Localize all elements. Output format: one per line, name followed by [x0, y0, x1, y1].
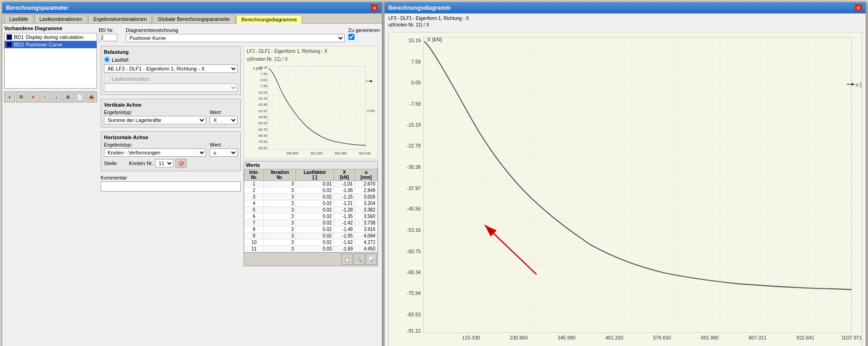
lastfall-select[interactable]: AE LF3 - DLF1 - Eigenform 1, Richtung - …	[104, 64, 238, 73]
svg-marker-22	[370, 80, 373, 83]
table-row[interactable]: 430.02-1.213.204	[244, 200, 378, 207]
cell-iter: 3	[264, 200, 296, 207]
kommentar-input[interactable]	[101, 181, 241, 192]
main-title: Berechnungsparameter	[6, 5, 69, 11]
svg-text:7.59: 7.59	[411, 59, 421, 64]
table-row[interactable]: 1030.02-1.624.272	[244, 239, 378, 246]
preview-col: LF3 - DLF1 - Eigenform 1, Richtung - X u…	[244, 46, 378, 266]
knoten-nr-select[interactable]: 11	[155, 159, 174, 167]
table-row[interactable]: 930.02-1.554.094	[244, 233, 378, 239]
vertikale-ergebnis-row: Ergebnistyp: Summe der Lagerkräfte Wert:…	[104, 109, 238, 124]
move-up-button[interactable]: ↑	[39, 91, 50, 103]
values-zoom-button[interactable]: 🔍	[354, 254, 365, 265]
cell-iter: 3	[264, 233, 296, 239]
table-row[interactable]: 230.02-1.082.848	[244, 187, 378, 194]
lastkombination-label: Lastkombination:	[112, 76, 150, 82]
delete-button[interactable]: ✕	[28, 91, 39, 103]
svg-text:-45.56: -45.56	[407, 206, 421, 211]
svg-text:576.650: 576.650	[653, 335, 671, 340]
table-row[interactable]: 1130.03-1.694.450	[244, 246, 378, 252]
diagramm-bezeichnung-select[interactable]: Pushover Kurve Display during calculatio…	[126, 34, 345, 42]
tab-berechnungsdiagramme[interactable]: Berechnungsdiagramme	[236, 15, 302, 24]
svg-text:-60.75: -60.75	[407, 249, 421, 254]
cell-u: 3.916	[355, 226, 378, 233]
large-close-button[interactable]: ✕	[855, 4, 862, 12]
horizontale-ergebnistyp-select[interactable]: Knoten - Verformungen	[104, 148, 206, 157]
bd1-id: BD1	[14, 34, 24, 40]
cell-iter: 3	[264, 213, 296, 220]
svg-text:15.19: 15.19	[408, 38, 421, 43]
tab-ergebniskombinationen[interactable]: Ergebniskombinationen	[88, 14, 152, 23]
values-table-wrapper[interactable]: Inkr.Nr. IterationNr. Lastfaktor[-] X[kN…	[244, 169, 378, 252]
diagram-item-bd1[interactable]: BD1 Display during calculation	[5, 33, 96, 41]
bd-nr-input[interactable]	[99, 34, 117, 41]
tab-lastfalle[interactable]: Lastfälle	[4, 14, 33, 23]
values-export-button[interactable]: 📊	[366, 254, 377, 265]
cell-u: 3.204	[355, 200, 378, 207]
table-row[interactable]: 530.02-1.283.382	[244, 207, 378, 213]
lastfall-radio[interactable]	[104, 57, 110, 63]
tab-lastkombinationen[interactable]: Lastkombinationen	[34, 14, 87, 23]
lastkombination-select[interactable]	[104, 83, 238, 92]
vertikale-ergebnistyp-select[interactable]: Summe der Lagerkräfte	[104, 116, 206, 124]
table-row[interactable]: 830.02-1.483.916	[244, 226, 378, 233]
cell-u: 3.026	[355, 194, 378, 200]
svg-text:230.660: 230.660	[510, 335, 527, 340]
svg-text:-53.16: -53.16	[257, 122, 267, 125]
stelle-box: Stelle Knoten Nr. 11 🎯	[104, 159, 238, 168]
cell-x: -1.28	[334, 207, 355, 213]
import-button[interactable]: 📥	[86, 91, 97, 103]
export-button[interactable]: 📄	[75, 91, 85, 103]
knoten-pick-button[interactable]: 🎯	[175, 159, 186, 168]
values-copy-button[interactable]: 📋	[341, 254, 353, 265]
vertikale-wert-select[interactable]: X Y Z	[210, 116, 238, 124]
svg-rect-0	[268, 66, 366, 149]
horizontale-wert-select[interactable]: u v w	[210, 148, 238, 157]
move-down-button[interactable]: ↓	[51, 91, 62, 103]
horizontale-ergebnis-row: Ergebnistyp: Knoten - Verformungen Wert:…	[104, 142, 238, 157]
add-button[interactable]: +	[4, 91, 15, 103]
table-row[interactable]: 130.01-1.012.670	[244, 181, 378, 187]
svg-text:-53.16: -53.16	[407, 227, 421, 233]
stelle-label: Stelle	[104, 160, 127, 166]
copy-button[interactable]: ⧉	[16, 91, 26, 103]
zu-generieren-checkbox[interactable]	[348, 34, 354, 40]
cell-inkr: 4	[244, 200, 264, 207]
svg-text:-15.19: -15.19	[257, 91, 267, 95]
table-row[interactable]: 730.02-1.423.738	[244, 220, 378, 226]
cell-lastfaktor: 0.02	[296, 233, 334, 239]
cell-iter: 3	[264, 246, 296, 252]
cell-u: 4.094	[355, 233, 378, 239]
bd2-label: Pushover Curve	[26, 42, 62, 47]
knoten-nr-label: Knoten Nr.	[129, 160, 153, 166]
svg-text:0.00: 0.00	[261, 78, 267, 82]
svg-text:X [kN]: X [kN]	[253, 67, 262, 70]
vertikale-wert-group: Wert: X Y Z	[210, 109, 238, 124]
bd-bezeichnung-group: Diagrammbezeichnung Pushover Kurve Displ…	[126, 27, 345, 42]
svg-text:922.641: 922.641	[797, 335, 814, 340]
cell-iter: 3	[264, 220, 296, 226]
table-row[interactable]: 630.02-1.353.560	[244, 213, 378, 220]
cell-x: -1.69	[334, 246, 355, 252]
values-section: Werte Inkr.Nr. IterationNr. Lastfaktor[-…	[244, 161, 378, 266]
tab-bar: Lastfälle Lastkombinationen Ergebniskomb…	[2, 13, 382, 24]
svg-text:807.311: 807.311	[749, 335, 766, 340]
settings-button[interactable]: ⚙	[63, 91, 73, 103]
small-chart-title2: u(Knoten Nr. 11) / X	[244, 54, 378, 62]
svg-rect-24	[423, 38, 851, 333]
svg-text:345.990: 345.990	[558, 335, 575, 340]
svg-text:461.320: 461.320	[605, 335, 623, 340]
tab-globale[interactable]: Globale Berechnungsparameter	[153, 14, 235, 23]
vertikale-ergebnis-group: Ergebnistyp: Summe der Lagerkräfte	[104, 109, 206, 124]
large-chart-area: 15.19 7.59 0.00 -7.59 -15.19 -22.78 -30.…	[388, 32, 862, 346]
bottom-toolbar: + ⧉ ✕ ↑ ↓ ⚙ 📄 📥	[4, 91, 97, 103]
table-row[interactable]: 330.02-1.153.026	[244, 194, 378, 200]
cell-inkr: 2	[244, 187, 264, 194]
main-close-button[interactable]: ✕	[371, 4, 378, 12]
col-iter-header: IterationNr.	[264, 169, 296, 181]
col-lastfaktor-header: Lastfaktor[-]	[296, 169, 334, 181]
lastkombination-radio[interactable]	[104, 76, 110, 82]
horizontale-achse-section: Horizontale Achse Ergebnistyp: Knoten - …	[101, 131, 241, 171]
diagram-item-bd2[interactable]: BD2 Pushover Curve	[5, 41, 96, 48]
svg-text:7.59: 7.59	[261, 72, 267, 76]
